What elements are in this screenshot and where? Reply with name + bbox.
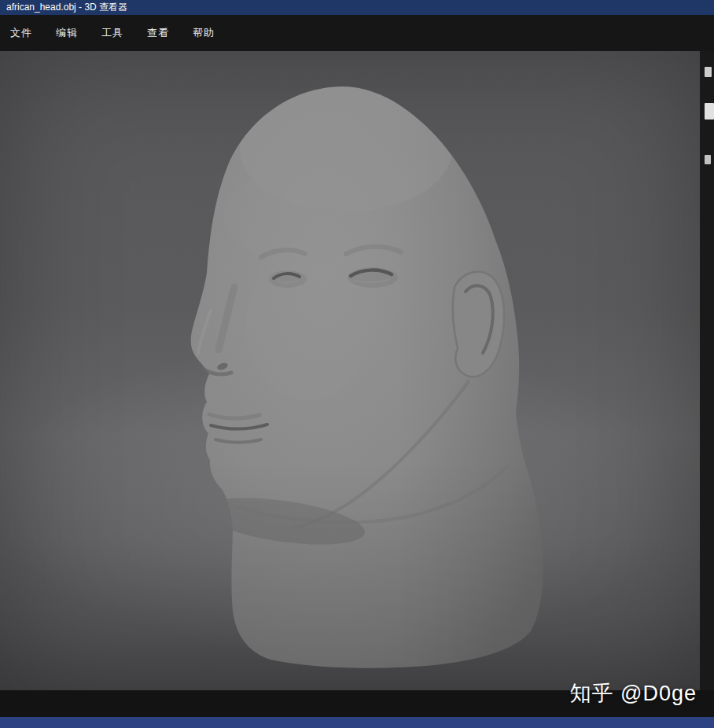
taskbar-edge-strip [0,717,714,728]
clipped-panel-glyph [705,103,714,119]
title-bar[interactable]: african_head.obj - 3D 查看器 [0,0,714,15]
watermark: 知乎 @D0ge [570,679,697,708]
window-title: african_head.obj - 3D 查看器 [6,2,127,13]
menu-item-tools[interactable]: 工具 [101,26,123,40]
head-model[interactable] [0,51,700,690]
3d-viewport[interactable] [0,51,700,690]
menu-bar: 文件 编辑 工具 查看 帮助 [0,15,714,51]
clipped-panel-glyph [705,67,712,77]
right-panel-clipped [700,51,714,690]
model-shading [0,51,700,690]
menu-item-help[interactable]: 帮助 [193,26,215,40]
clipped-panel-glyph [705,155,711,164]
menu-item-edit[interactable]: 编辑 [56,26,78,40]
menu-item-file[interactable]: 文件 [10,26,32,40]
menu-item-view[interactable]: 查看 [147,26,169,40]
